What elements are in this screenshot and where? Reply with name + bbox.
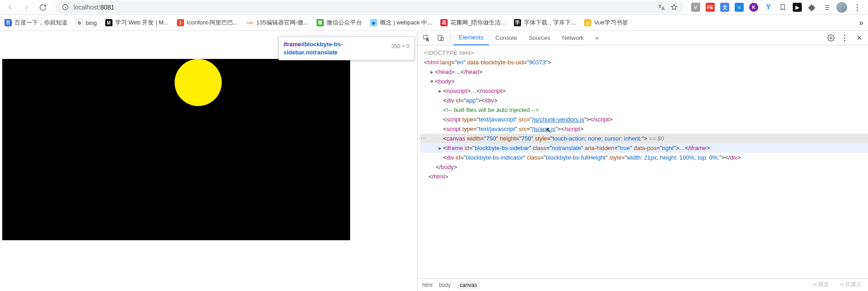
dom-head[interactable]: ▸<head>…</head> (420, 67, 868, 77)
extension-icons: V FE 文 ≡ K Y ▶ (691, 2, 864, 13)
bookmarks-bar: 百百度一下，你就知道 bbing M学习 Web 开发 | M... IIcon… (0, 15, 868, 31)
dom-body-close[interactable]: </body> (420, 162, 868, 172)
bookmark-item[interactable]: 135135编辑器官网-微... (246, 19, 308, 27)
watermark-right: 亿速云 (840, 281, 862, 288)
yellow-circle (175, 59, 222, 106)
site-info-icon[interactable] (61, 3, 70, 12)
dom-indicator[interactable]: <div id="blockbyte-bs-indicator" class="… (420, 153, 868, 162)
page-viewport: iframe#blockbyte-bs-sidebar.notranslate … (0, 31, 417, 291)
translate-icon[interactable] (657, 3, 666, 12)
watermark-left: 掘金 (813, 281, 829, 288)
ext-v-icon[interactable]: V (691, 3, 700, 12)
watermark: 掘金 亿速云 (813, 281, 862, 288)
main-area: iframe#blockbyte-bs-sidebar.notranslate … (0, 31, 868, 291)
bookmark-label: 微信公众平台 (327, 19, 362, 27)
bookmark-icon: b (76, 19, 83, 26)
puzzle-icon[interactable] (807, 3, 816, 12)
bookmark-label: Iconfont-阿里巴巴... (187, 19, 238, 27)
browser-menu-icon[interactable] (853, 3, 862, 12)
svg-point-4 (830, 37, 832, 39)
ext-y-icon[interactable]: Y (764, 3, 773, 12)
tabs-overflow-button[interactable]: » (590, 32, 604, 44)
dom-canvas[interactable]: <canvas width="750" height="750" style="… (420, 134, 868, 143)
bookmarks-overflow[interactable]: » (859, 18, 863, 28)
dom-body-open[interactable]: ▾<body> (420, 77, 868, 86)
bookmark-label: 花瓣网_陪你做生活... (450, 19, 506, 27)
bookmark-label: 概念 | webpack 中... (380, 19, 432, 27)
url-text: localhost:8081 (73, 4, 114, 11)
browser-toolbar: localhost:8081 V FE 文 ≡ K Y ▶ (0, 0, 868, 15)
bookmark-item[interactable]: M学习 Web 开发 | M... (105, 19, 169, 27)
dom-html-close[interactable]: </html> (420, 172, 868, 181)
bookmark-outline-icon[interactable] (778, 3, 787, 12)
tab-elements[interactable]: Elements (454, 31, 489, 45)
inspect-element-button[interactable] (419, 32, 433, 44)
star-icon[interactable] (669, 3, 678, 12)
bookmark-label: 字体下载，字库下... (524, 19, 576, 27)
devtools-panel: Elements Console Sources Network » ✕ <!D… (417, 31, 868, 291)
inspector-tooltip: iframe#blockbyte-bs-sidebar.notranslate … (278, 36, 414, 60)
bookmark-icon: M (105, 19, 112, 26)
bookmark-item[interactable]: 百百度一下，你就知道 (5, 19, 68, 27)
bookmark-label: Vue学习书签 (594, 19, 628, 27)
bookmark-item[interactable]: ◆概念 | webpack 中... (370, 19, 432, 27)
ext-fe-icon[interactable]: FE (706, 3, 715, 12)
back-button[interactable] (4, 1, 16, 14)
bookmark-label: 百度一下，你就知道 (15, 19, 68, 27)
bookmark-icon: 字 (514, 19, 521, 26)
ext-dark-icon[interactable]: ▶ (793, 3, 802, 12)
dom-script2[interactable]: <script type="text/javascript" src="/js/… (420, 124, 868, 134)
tooltip-dimensions: 350 × 0 (391, 40, 410, 49)
settings-icon[interactable] (827, 34, 835, 42)
dom-doctype[interactable]: <!DOCTYPE html> (420, 48, 868, 58)
devtools-close-button[interactable]: ✕ (853, 34, 864, 42)
reload-button[interactable] (36, 1, 49, 14)
folder-icon: 📁 (584, 19, 591, 26)
dom-tree[interactable]: <!DOCTYPE html> <html lang="en" data-blo… (418, 45, 868, 278)
ext-k-icon[interactable]: K (749, 3, 758, 12)
tab-network[interactable]: Network (557, 31, 590, 45)
crumb-body[interactable]: body (439, 282, 451, 288)
bookmark-item[interactable]: 微微信公众平台 (317, 19, 362, 27)
bookmark-icon: 花 (440, 19, 448, 26)
profile-avatar[interactable] (836, 2, 847, 13)
svg-rect-2 (438, 35, 442, 40)
bookmark-item[interactable]: 📁Vue学习书签 (584, 19, 628, 27)
device-toolbar-button[interactable] (434, 32, 448, 44)
dom-comment[interactable]: <!-- built files will be auto injected -… (420, 105, 868, 115)
bookmark-item[interactable]: 花花瓣网_陪你做生活... (440, 19, 506, 27)
bookmark-label: 学习 Web 开发 | M... (115, 19, 169, 27)
crumb-html[interactable]: html (422, 282, 433, 288)
bookmark-icon: 百 (5, 19, 12, 26)
bookmark-icon: 微 (317, 19, 324, 26)
bookmark-item[interactable]: IIconfont-阿里巴巴... (177, 19, 238, 27)
devtools-header: Elements Console Sources Network » ✕ (418, 31, 868, 45)
dom-iframe[interactable]: ▸<iframe id="blockbyte-bs-sidebar" class… (420, 143, 868, 153)
address-bar[interactable]: localhost:8081 (55, 1, 684, 14)
dom-noscript[interactable]: ▸<noscript>…</noscript> (420, 86, 868, 96)
bookmark-item[interactable]: 字字体下载，字库下... (514, 19, 576, 27)
tab-sources[interactable]: Sources (523, 31, 556, 45)
canvas-element[interactable] (2, 59, 350, 240)
bookmark-label: 135编辑器官网-微... (256, 19, 308, 27)
ext-translate-icon[interactable]: 文 (720, 3, 729, 12)
tab-console[interactable]: Console (490, 31, 522, 45)
bookmark-icon: ◆ (370, 19, 377, 26)
list-icon[interactable] (822, 3, 831, 12)
forward-button[interactable] (20, 1, 33, 14)
dom-html-open[interactable]: <html lang="en" data-blockbyte-bs-uid="9… (420, 58, 868, 67)
dom-script1[interactable]: <script type="text/javascript" src="/js/… (420, 115, 868, 124)
bookmark-label: bing (86, 19, 97, 26)
bookmark-item[interactable]: bbing (76, 19, 97, 26)
bookmark-icon: I (177, 19, 184, 26)
devtools-menu-icon[interactable] (840, 34, 849, 43)
dom-app-div[interactable]: <div id="app"></div> (420, 96, 868, 105)
crumb-canvas[interactable]: canvas (457, 281, 480, 289)
ext-blue-icon[interactable]: ≡ (735, 3, 744, 12)
bookmark-icon: 135 (246, 19, 254, 26)
tooltip-selector: iframe#blockbyte-bs-sidebar.notranslate (283, 40, 385, 56)
dom-breadcrumb: html body canvas (418, 278, 868, 291)
